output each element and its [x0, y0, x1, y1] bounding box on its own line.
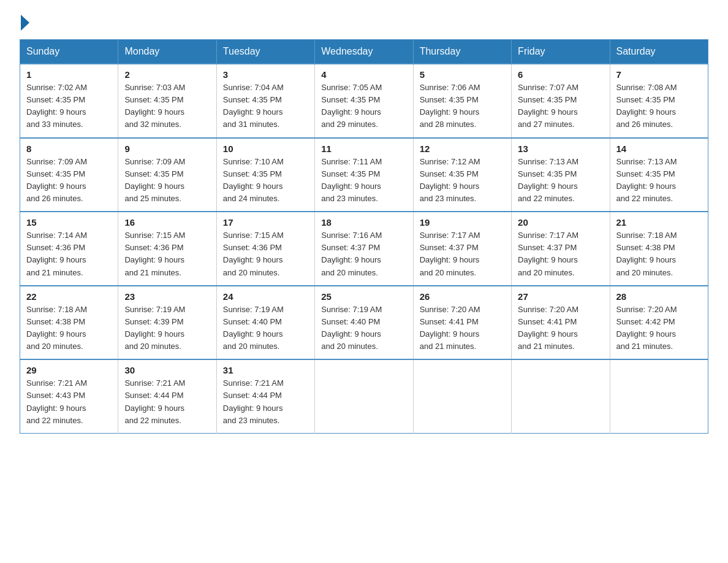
day-info: Sunrise: 7:15 AMSunset: 4:36 PMDaylight:…	[124, 231, 185, 277]
calendar-cell: 20 Sunrise: 7:17 AMSunset: 4:37 PMDaylig…	[512, 212, 610, 286]
calendar-cell	[610, 359, 708, 433]
header-wednesday: Wednesday	[315, 40, 413, 64]
day-number: 7	[616, 69, 702, 80]
calendar-cell: 3 Sunrise: 7:04 AMSunset: 4:35 PMDayligh…	[216, 64, 314, 138]
calendar-cell: 14 Sunrise: 7:13 AMSunset: 4:35 PMDaylig…	[610, 138, 708, 212]
calendar-cell: 27 Sunrise: 7:20 AMSunset: 4:41 PMDaylig…	[512, 286, 610, 360]
calendar-cell: 22 Sunrise: 7:18 AMSunset: 4:38 PMDaylig…	[20, 286, 118, 360]
day-number: 16	[124, 217, 210, 228]
day-number: 13	[518, 144, 603, 154]
calendar-cell: 13 Sunrise: 7:13 AMSunset: 4:35 PMDaylig…	[512, 138, 610, 212]
calendar-table: SundayMondayTuesdayWednesdayThursdayFrid…	[20, 39, 708, 434]
header-friday: Friday	[512, 40, 610, 64]
day-info: Sunrise: 7:02 AMSunset: 4:35 PMDaylight:…	[26, 83, 87, 129]
calendar-cell: 25 Sunrise: 7:19 AMSunset: 4:40 PMDaylig…	[315, 286, 413, 360]
calendar-cell: 23 Sunrise: 7:19 AMSunset: 4:39 PMDaylig…	[118, 286, 216, 360]
calendar-cell: 7 Sunrise: 7:08 AMSunset: 4:35 PMDayligh…	[610, 64, 708, 138]
day-number: 8	[26, 144, 112, 154]
day-number: 12	[420, 144, 505, 154]
day-info: Sunrise: 7:09 AMSunset: 4:35 PMDaylight:…	[26, 157, 87, 203]
calendar-cell: 2 Sunrise: 7:03 AMSunset: 4:35 PMDayligh…	[118, 64, 216, 138]
calendar-cell: 28 Sunrise: 7:20 AMSunset: 4:42 PMDaylig…	[610, 286, 708, 360]
day-number: 11	[321, 144, 406, 154]
header-saturday: Saturday	[610, 40, 708, 64]
calendar-cell: 6 Sunrise: 7:07 AMSunset: 4:35 PMDayligh…	[512, 64, 610, 138]
calendar-cell: 18 Sunrise: 7:16 AMSunset: 4:37 PMDaylig…	[315, 212, 413, 286]
day-info: Sunrise: 7:08 AMSunset: 4:35 PMDaylight:…	[616, 83, 677, 129]
day-info: Sunrise: 7:12 AMSunset: 4:35 PMDaylight:…	[420, 157, 480, 203]
day-number: 24	[223, 291, 308, 302]
calendar-cell: 10 Sunrise: 7:10 AMSunset: 4:35 PMDaylig…	[216, 138, 314, 212]
day-number: 29	[26, 365, 112, 375]
day-number: 30	[124, 365, 210, 375]
day-info: Sunrise: 7:11 AMSunset: 4:35 PMDaylight:…	[321, 157, 382, 203]
day-number: 3	[223, 69, 308, 80]
calendar-cell: 16 Sunrise: 7:15 AMSunset: 4:36 PMDaylig…	[118, 212, 216, 286]
day-info: Sunrise: 7:21 AMSunset: 4:43 PMDaylight:…	[26, 378, 87, 424]
day-number: 2	[124, 69, 210, 80]
calendar-header-row: SundayMondayTuesdayWednesdayThursdayFrid…	[20, 40, 708, 64]
calendar-cell: 21 Sunrise: 7:18 AMSunset: 4:38 PMDaylig…	[610, 212, 708, 286]
day-info: Sunrise: 7:13 AMSunset: 4:35 PMDaylight:…	[616, 157, 677, 203]
day-number: 1	[26, 69, 112, 80]
day-number: 4	[321, 69, 406, 80]
day-info: Sunrise: 7:04 AMSunset: 4:35 PMDaylight:…	[223, 83, 284, 129]
page-header	[20, 15, 708, 28]
day-info: Sunrise: 7:18 AMSunset: 4:38 PMDaylight:…	[616, 231, 677, 277]
day-number: 25	[321, 291, 406, 302]
calendar-cell: 31 Sunrise: 7:21 AMSunset: 4:44 PMDaylig…	[216, 359, 314, 433]
day-info: Sunrise: 7:17 AMSunset: 4:37 PMDaylight:…	[518, 231, 578, 277]
day-info: Sunrise: 7:03 AMSunset: 4:35 PMDaylight:…	[124, 83, 185, 129]
calendar-cell: 5 Sunrise: 7:06 AMSunset: 4:35 PMDayligh…	[413, 64, 511, 138]
day-info: Sunrise: 7:19 AMSunset: 4:39 PMDaylight:…	[124, 305, 185, 351]
day-info: Sunrise: 7:21 AMSunset: 4:44 PMDaylight:…	[124, 378, 185, 424]
calendar-cell: 12 Sunrise: 7:12 AMSunset: 4:35 PMDaylig…	[413, 138, 511, 212]
header-tuesday: Tuesday	[216, 40, 314, 64]
calendar-cell: 4 Sunrise: 7:05 AMSunset: 4:35 PMDayligh…	[315, 64, 413, 138]
calendar-cell: 30 Sunrise: 7:21 AMSunset: 4:44 PMDaylig…	[118, 359, 216, 433]
day-number: 20	[518, 217, 603, 228]
day-number: 5	[420, 69, 505, 80]
day-info: Sunrise: 7:05 AMSunset: 4:35 PMDaylight:…	[321, 83, 382, 129]
day-info: Sunrise: 7:19 AMSunset: 4:40 PMDaylight:…	[321, 305, 382, 351]
day-number: 10	[223, 144, 308, 154]
calendar-cell	[315, 359, 413, 433]
calendar-cell: 8 Sunrise: 7:09 AMSunset: 4:35 PMDayligh…	[20, 138, 118, 212]
calendar-cell: 19 Sunrise: 7:17 AMSunset: 4:37 PMDaylig…	[413, 212, 511, 286]
day-number: 6	[518, 69, 603, 80]
calendar-week-3: 15 Sunrise: 7:14 AMSunset: 4:36 PMDaylig…	[20, 212, 708, 286]
calendar-cell: 24 Sunrise: 7:19 AMSunset: 4:40 PMDaylig…	[216, 286, 314, 360]
day-number: 27	[518, 291, 603, 302]
calendar-cell: 29 Sunrise: 7:21 AMSunset: 4:43 PMDaylig…	[20, 359, 118, 433]
day-info: Sunrise: 7:16 AMSunset: 4:37 PMDaylight:…	[321, 231, 382, 277]
day-info: Sunrise: 7:09 AMSunset: 4:35 PMDaylight:…	[124, 157, 185, 203]
calendar-cell	[512, 359, 610, 433]
day-number: 22	[26, 291, 112, 302]
calendar-cell: 11 Sunrise: 7:11 AMSunset: 4:35 PMDaylig…	[315, 138, 413, 212]
calendar-week-5: 29 Sunrise: 7:21 AMSunset: 4:43 PMDaylig…	[20, 359, 708, 433]
calendar-week-4: 22 Sunrise: 7:18 AMSunset: 4:38 PMDaylig…	[20, 286, 708, 360]
day-info: Sunrise: 7:19 AMSunset: 4:40 PMDaylight:…	[223, 305, 284, 351]
day-info: Sunrise: 7:20 AMSunset: 4:42 PMDaylight:…	[616, 305, 677, 351]
day-info: Sunrise: 7:20 AMSunset: 4:41 PMDaylight:…	[518, 305, 578, 351]
day-number: 21	[616, 217, 702, 228]
day-number: 26	[420, 291, 505, 302]
day-info: Sunrise: 7:13 AMSunset: 4:35 PMDaylight:…	[518, 157, 578, 203]
day-number: 17	[223, 217, 308, 228]
day-number: 31	[223, 365, 308, 375]
logo-flag-icon	[21, 15, 29, 31]
day-info: Sunrise: 7:07 AMSunset: 4:35 PMDaylight:…	[518, 83, 578, 129]
header-sunday: Sunday	[20, 40, 118, 64]
day-info: Sunrise: 7:14 AMSunset: 4:36 PMDaylight:…	[26, 231, 87, 277]
calendar-cell: 1 Sunrise: 7:02 AMSunset: 4:35 PMDayligh…	[20, 64, 118, 138]
day-number: 23	[124, 291, 210, 302]
day-info: Sunrise: 7:10 AMSunset: 4:35 PMDaylight:…	[223, 157, 284, 203]
day-info: Sunrise: 7:20 AMSunset: 4:41 PMDaylight:…	[420, 305, 480, 351]
calendar-cell: 9 Sunrise: 7:09 AMSunset: 4:35 PMDayligh…	[118, 138, 216, 212]
calendar-cell	[413, 359, 511, 433]
day-number: 9	[124, 144, 210, 154]
day-number: 15	[26, 217, 112, 228]
day-number: 28	[616, 291, 702, 302]
day-info: Sunrise: 7:21 AMSunset: 4:44 PMDaylight:…	[223, 378, 284, 424]
day-number: 19	[420, 217, 505, 228]
